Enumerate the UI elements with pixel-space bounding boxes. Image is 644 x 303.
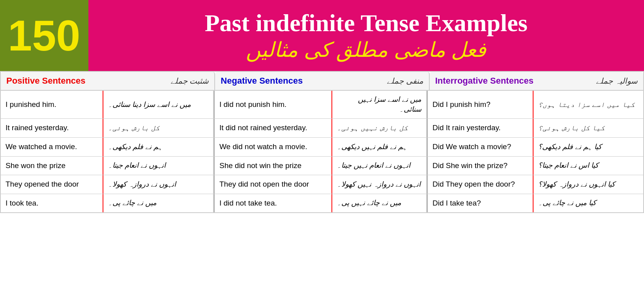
header-text-box: Past indefinite Tense Examples فعل ماضی … <box>88 0 644 71</box>
neg-ur-cell: میں نے اسے سزا نہیں سنائی۔ <box>332 91 427 118</box>
int-en-cell: Did I punish him? <box>427 91 534 118</box>
positive-label-en: Positive Sentences <box>6 76 86 86</box>
interrogative-section-header: Interrogative Sentences سوالیہ جملے <box>430 72 643 90</box>
interrogative-label-ur: سوالیہ جملے <box>596 76 638 86</box>
int-en-cell: Did We watch a movie? <box>427 138 534 156</box>
pos-en-cell: I punished him. <box>1 91 103 118</box>
pos-en-cell: We watched a movie. <box>1 138 103 156</box>
neg-en-cell: We did not watch a movie. <box>214 138 332 156</box>
int-en-cell: Did They open the door? <box>427 175 534 194</box>
int-en-cell: Did It rain yesterday. <box>427 119 534 137</box>
neg-en-cell: She did not win the prize <box>214 157 332 175</box>
section-headers: Positive Sentences شثبت جملے Negative Se… <box>0 71 644 90</box>
big-number: 150 <box>8 14 80 57</box>
pos-ur-cell: میں نے چائے پی۔ <box>103 194 214 213</box>
int-ur-cell: کیا میں نے چائے پی۔ <box>534 194 643 213</box>
neg-en-cell: They did not open the door <box>214 175 332 194</box>
neg-ur-cell: ہم نے فلم نہیں دیکھی۔ <box>332 138 427 156</box>
header: 150 Past indefinite Tense Examples فعل م… <box>0 0 644 71</box>
pos-ur-cell: کل بارش ہوئی۔ <box>103 119 214 137</box>
negative-label-ur: منفی جملے <box>387 76 423 86</box>
int-ur-cell: کیا ہم نے فلم دیکھی؟ <box>534 138 643 156</box>
int-ur-cell: کیا میں اسے سزا دیتا ہوں؟ <box>534 91 643 118</box>
positive-section-header: Positive Sentences شثبت جملے <box>1 72 215 90</box>
urdu-title: فعل ماضی مطلق کی مثالیں <box>246 38 486 62</box>
neg-ur-cell: کل بارش نہیں ہوئی۔ <box>332 119 427 137</box>
int-ur-cell: کیا اس نے انعام جیتا؟ <box>534 157 643 175</box>
pos-ur-cell: ہم نے فلم دیکھی۔ <box>103 138 214 156</box>
table-row: It rained yesterday. کل بارش ہوئی۔ It di… <box>1 119 643 138</box>
pos-en-cell: They opened the door <box>1 175 103 194</box>
neg-en-cell: I did not take tea. <box>214 194 332 213</box>
int-en-cell: Did She win the prize? <box>427 157 534 175</box>
table-row: They opened the door انہوں نے دروازہ کھو… <box>1 175 643 194</box>
neg-en-cell: I did not punish him. <box>214 91 332 118</box>
table-row: She won the prize انہوں نے انعام جیتا۔ S… <box>1 157 643 176</box>
int-ur-cell: کیا انہوں نے دروازہ کھولا؟ <box>534 175 643 194</box>
neg-ur-cell: انہوں نے انعام نہیں جیتا۔ <box>332 157 427 175</box>
neg-ur-cell: میں نے چائے نہیں پی۔ <box>332 194 427 213</box>
pos-en-cell: I took tea. <box>1 194 103 213</box>
pos-ur-cell: انہوں نے انعام جیتا۔ <box>103 157 214 175</box>
negative-section-header: Negative Sentences منفی جملے <box>215 72 429 90</box>
int-ur-cell: کیا کل بارش ہوئی؟ <box>534 119 643 137</box>
positive-label-ur: شثبت جملے <box>170 76 209 86</box>
pos-en-cell: It rained yesterday. <box>1 119 103 137</box>
header-number-box: 150 <box>0 0 88 71</box>
table-row: I took tea. میں نے چائے پی۔ I did not ta… <box>1 194 643 213</box>
main-table: I punished him. میں نے اسے سزا دینا سنائ… <box>0 90 644 213</box>
neg-en-cell: It did not rained yesterday. <box>214 119 332 137</box>
pos-ur-cell: انہوں نے دروازہ کھولا۔ <box>103 175 214 194</box>
interrogative-label-en: Interrogative Sentences <box>435 76 534 86</box>
neg-ur-cell: انہوں نے دروازہ نہیں کھولا۔ <box>332 175 427 194</box>
table-row: I punished him. میں نے اسے سزا دینا سنائ… <box>1 91 643 119</box>
pos-en-cell: She won the prize <box>1 157 103 175</box>
main-title: Past indefinite Tense Examples <box>205 9 528 36</box>
int-en-cell: Did I take tea? <box>427 194 534 213</box>
pos-ur-cell: میں نے اسے سزا دینا سنائی۔ <box>103 91 214 118</box>
table-row: We watched a movie. ہم نے فلم دیکھی۔ We … <box>1 138 643 157</box>
negative-label-en: Negative Sentences <box>221 76 303 86</box>
